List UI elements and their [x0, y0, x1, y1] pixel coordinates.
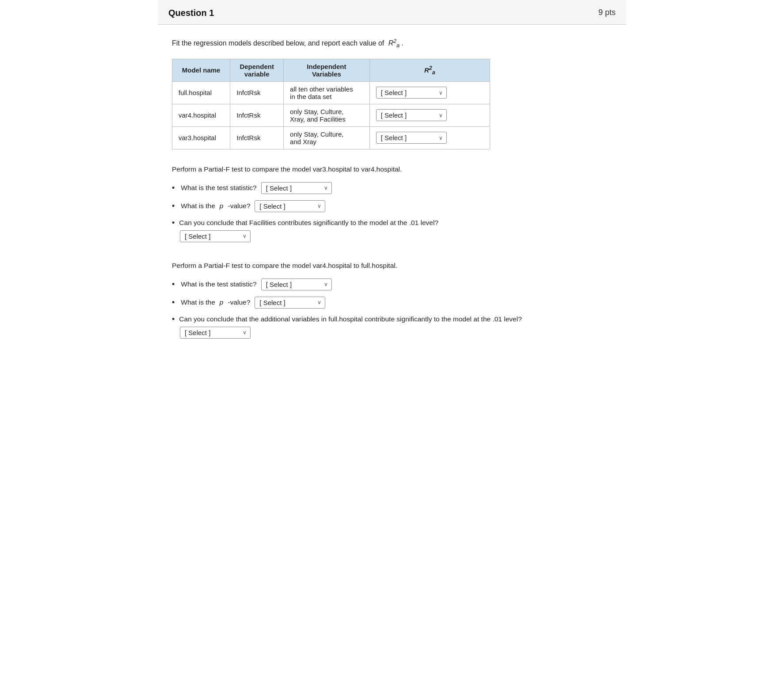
ra2-select-2-label: [ Select ]	[381, 111, 407, 119]
ra2-cell-3: [ Select ] ∨	[369, 126, 490, 149]
independent-3-line1: only Stay, Culture,	[290, 130, 343, 138]
question-title: Question 1	[168, 8, 214, 18]
section1-conclude-block: Can you conclude that Facilities contrib…	[172, 218, 612, 242]
ra2-select-3[interactable]: [ Select ] ∨	[376, 132, 447, 144]
section1-statistic-select-label: [ Select ]	[266, 184, 292, 192]
section1-statistic-item: What is the test statistic? [ Select ] ∨	[172, 182, 612, 194]
section2-statistic-label: What is the test statistic?	[181, 280, 256, 288]
section1-statistic-select[interactable]: [ Select ] ∨	[261, 182, 332, 194]
section1-pvalue-label2: -value?	[228, 202, 250, 210]
table-row: full.hospital InfctRsk all ten other var…	[172, 81, 490, 104]
section2-statistic-item: What is the test statistic? [ Select ] ∨	[172, 278, 612, 290]
section1-conclude-select-wrapper: [ Select ] ∨	[180, 230, 612, 242]
content-area: Fit the regression models described belo…	[158, 25, 626, 376]
col-header-ra2: R2a	[369, 59, 490, 81]
ra2-cell-1: [ Select ] ∨	[369, 81, 490, 104]
section2-statistic-chevron: ∨	[324, 281, 328, 287]
independent-2-line2: Xray, and Facilities	[290, 115, 346, 123]
independent-1-line1: all ten other variables	[290, 85, 353, 93]
section1-pvalue-chevron: ∨	[317, 203, 321, 209]
section2-conclude-label: Can you conclude that the additional var…	[172, 315, 612, 324]
section1-statistic-chevron: ∨	[324, 185, 328, 191]
independent-2: only Stay, Culture, Xray, and Facilities	[284, 104, 370, 126]
model-name-1: full.hospital	[172, 81, 230, 104]
ra2-select-1[interactable]: [ Select ] ∨	[376, 87, 447, 99]
section2-pvalue-item: What is the p -value? [ Select ] ∨	[172, 297, 612, 309]
section2-pvalue-chevron: ∨	[317, 299, 321, 305]
section2-conclude-block: Can you conclude that the additional var…	[172, 315, 612, 339]
ra2-select-3-chevron: ∨	[439, 135, 443, 141]
section2-pvalue-italic: p	[220, 298, 224, 306]
section2-bullets: What is the test statistic? [ Select ] ∨…	[172, 278, 612, 339]
section1-pvalue-item: What is the p -value? [ Select ] ∨	[172, 200, 612, 212]
section1-conclude-label: Can you conclude that Facilities contrib…	[172, 218, 612, 228]
intro-math: R2a	[388, 39, 402, 47]
section1-conclude-select[interactable]: [ Select ] ∨	[180, 230, 251, 242]
dependent-3: InfctRsk	[230, 126, 284, 149]
section2-conclude-select-label: [ Select ]	[185, 329, 210, 336]
section2-conclude-chevron: ∨	[243, 329, 247, 336]
ra2-select-2[interactable]: [ Select ] ∨	[376, 109, 447, 121]
model-name-3: var3.hospital	[172, 126, 230, 149]
section1-conclude-chevron: ∨	[243, 233, 247, 239]
model-name-2: var4.hospital	[172, 104, 230, 126]
ra2-select-1-label: [ Select ]	[381, 89, 407, 96]
ra2-superscript: 2	[393, 38, 396, 44]
table-row: var3.hospital InfctRsk only Stay, Cultur…	[172, 126, 490, 149]
section1-pvalue-italic: p	[220, 202, 224, 210]
section2-pvalue-label: What is the	[181, 298, 215, 306]
col-header-model: Model name	[172, 59, 230, 81]
section2-conclude-text: Can you conclude that the additional var…	[179, 315, 521, 323]
section1-conclude-select-label: [ Select ]	[185, 233, 210, 240]
independent-3: only Stay, Culture, and Xray	[284, 126, 370, 149]
independent-3-line2: and Xray	[290, 138, 316, 145]
col-header-independent: IndependentVariables	[284, 59, 370, 81]
section2-pvalue-label2: -value?	[228, 298, 250, 306]
ra2-select-2-chevron: ∨	[439, 112, 443, 118]
independent-2-line1: only Stay, Culture,	[290, 108, 343, 115]
section2-conclude-select-wrapper: [ Select ] ∨	[180, 327, 612, 339]
independent-1-line2: in the data set	[290, 93, 331, 100]
section2-statistic-select[interactable]: [ Select ] ∨	[261, 278, 332, 290]
pts-label: 9 pts	[598, 8, 616, 17]
section2-conclude-select[interactable]: [ Select ] ∨	[180, 327, 251, 339]
section2-pvalue-select-label: [ Select ]	[259, 299, 285, 306]
section2-statistic-select-label: [ Select ]	[266, 281, 292, 288]
section2: Perform a Partial-F test to compare the …	[172, 262, 612, 339]
ra2-select-3-label: [ Select ]	[381, 134, 407, 141]
col-header-dependent: Dependentvariable	[230, 59, 284, 81]
intro-text-main: Fit the regression models described belo…	[172, 39, 384, 47]
regression-table: Model name Dependentvariable Independent…	[172, 59, 490, 149]
section2-pvalue-select[interactable]: [ Select ] ∨	[255, 297, 325, 309]
section1-pvalue-label: What is the	[181, 202, 215, 210]
table-row: var4.hospital InfctRsk only Stay, Cultur…	[172, 104, 490, 126]
section1-statistic-label: What is the test statistic?	[181, 184, 256, 192]
dependent-1: InfctRsk	[230, 81, 284, 104]
section1: Perform a Partial-F test to compare the …	[172, 165, 612, 242]
section2-heading: Perform a Partial-F test to compare the …	[172, 262, 612, 270]
intro-text: Fit the regression models described belo…	[172, 38, 612, 49]
ra2-cell-2: [ Select ] ∨	[369, 104, 490, 126]
dependent-2: InfctRsk	[230, 104, 284, 126]
section1-conclude-text: Can you conclude that Facilities contrib…	[179, 219, 438, 227]
section1-bullets: What is the test statistic? [ Select ] ∨…	[172, 182, 612, 242]
section1-heading: Perform a Partial-F test to compare the …	[172, 165, 612, 173]
page-header: Question 1 9 pts	[158, 0, 626, 25]
independent-1: all ten other variables in the data set	[284, 81, 370, 104]
section1-pvalue-select-label: [ Select ]	[259, 202, 285, 210]
section1-pvalue-select[interactable]: [ Select ] ∨	[255, 200, 325, 212]
ra2-select-1-chevron: ∨	[439, 90, 443, 96]
intro-period: .	[402, 39, 403, 47]
